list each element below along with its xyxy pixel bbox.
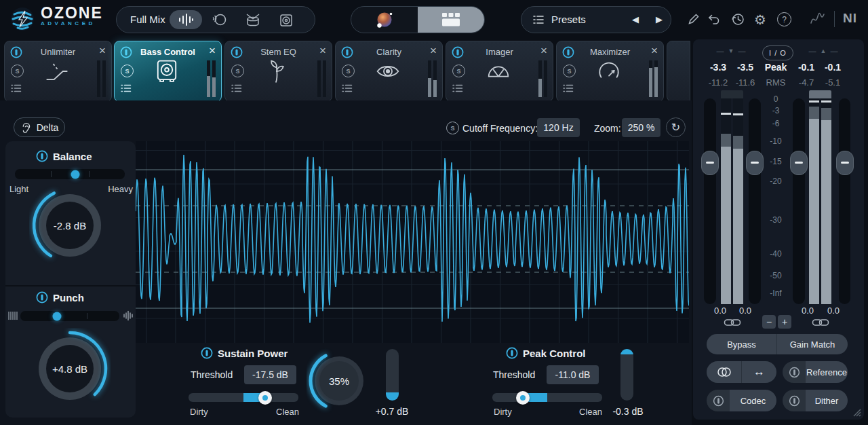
power-icon[interactable] (231, 46, 243, 58)
dither-power-button[interactable] (783, 390, 806, 411)
solo-icon[interactable]: S (342, 64, 355, 77)
menu-icon[interactable] (10, 82, 22, 94)
clarity-icon (373, 56, 403, 86)
close-icon[interactable]: × (99, 44, 106, 58)
sustain-dirty-clean-slider[interactable] (189, 393, 298, 402)
power-icon (789, 395, 800, 407)
mono-button[interactable] (707, 361, 742, 383)
balance-slider-handle[interactable] (71, 170, 80, 179)
help-button[interactable]: ? (777, 12, 791, 26)
balance-knob[interactable]: -2.8 dB (29, 185, 111, 266)
solo-icon[interactable]: S (11, 64, 24, 77)
peak-threshold-value[interactable]: -11.0 dB (547, 365, 599, 384)
output-link-icon[interactable] (812, 318, 829, 327)
history-button[interactable] (730, 12, 745, 26)
source-drums-button[interactable] (244, 12, 262, 29)
presets-bar[interactable]: Presets ◀ ▶ (521, 6, 671, 33)
resize-grip[interactable] (852, 407, 861, 417)
close-icon[interactable]: × (209, 44, 216, 58)
gain-match-button[interactable]: Gain Match (777, 334, 848, 354)
output-gain-fader-r[interactable] (839, 98, 850, 304)
edit-button[interactable] (687, 12, 701, 26)
power-icon[interactable] (120, 46, 132, 58)
reference-button[interactable]: Reference (806, 361, 848, 383)
dither-button[interactable]: Dither (806, 390, 848, 411)
punch-slider-handle[interactable] (53, 312, 62, 320)
zoom-value[interactable]: 250 % (622, 118, 660, 137)
sustain-amount-knob[interactable]: 35% (307, 348, 372, 413)
delta-button[interactable]: Delta (14, 117, 65, 137)
output-gain-collapse[interactable]: — ▲ — (804, 47, 842, 55)
solo-icon[interactable]: S (563, 64, 576, 77)
settings-gear-icon[interactable]: ⚙ (754, 12, 766, 28)
punch-slider[interactable] (20, 311, 119, 321)
swap-channels-button[interactable]: ↔ (742, 361, 776, 383)
output-gain-fader-l[interactable] (793, 98, 805, 304)
module-card-clarity[interactable]: Clarity × S (335, 41, 443, 102)
preset-next-button[interactable]: ▶ (656, 14, 663, 24)
codec-button[interactable]: Codec (730, 390, 776, 411)
bypass-button[interactable]: Bypass (707, 334, 777, 354)
menu-icon[interactable] (120, 82, 132, 94)
meter-zoom-in-button[interactable]: + (778, 315, 791, 329)
close-icon[interactable]: × (319, 44, 326, 58)
power-icon[interactable] (452, 46, 464, 58)
source-vocal-button[interactable] (210, 12, 228, 29)
codec-power-button[interactable] (707, 390, 730, 411)
peak-dirty-clean-slider[interactable] (492, 393, 602, 402)
menu-icon[interactable] (562, 82, 574, 94)
punch-power-icon[interactable] (36, 291, 48, 303)
sustain-power-icon[interactable] (201, 347, 213, 359)
input-gain-fader-r[interactable] (749, 98, 761, 304)
sustain-threshold-value[interactable]: -17.5 dB (244, 365, 296, 384)
fader-handle[interactable] (701, 151, 719, 175)
balance-power-icon[interactable] (36, 150, 48, 162)
cutoff-solo-icon[interactable]: S (446, 122, 459, 134)
menu-icon[interactable] (341, 82, 353, 94)
menu-icon[interactable] (231, 82, 243, 94)
fader-handle[interactable] (790, 151, 808, 175)
module-card-maximizer[interactable]: Maximizer × S (556, 41, 664, 102)
module-card-imager[interactable]: Imager × S (446, 41, 553, 102)
meter-zoom-out-button[interactable]: − (762, 315, 776, 329)
source-bass-button[interactable] (277, 12, 295, 29)
audiolens-icon[interactable] (808, 11, 826, 27)
menu-icon[interactable] (452, 82, 464, 94)
module-card-unlimiter[interactable]: Unlimiter × S (4, 41, 112, 102)
punch-knob[interactable]: +4.8 dB (29, 328, 111, 409)
undo-button[interactable] (707, 12, 721, 26)
source-fullmix-button[interactable] (170, 10, 202, 29)
preset-prev-button[interactable]: ◀ (632, 14, 639, 24)
module-card-stem-eq[interactable]: Stem EQ × S (224, 41, 332, 102)
module-card-bass-control[interactable]: Bass Control × S (114, 41, 222, 102)
power-icon[interactable] (10, 46, 22, 58)
solo-icon[interactable]: S (452, 64, 465, 77)
io-button[interactable]: I / O (762, 45, 793, 60)
solo-icon[interactable]: S (231, 64, 244, 77)
close-icon[interactable]: × (540, 44, 547, 58)
peak-power-icon[interactable] (506, 347, 518, 359)
fader-handle[interactable] (836, 151, 854, 175)
reference-power-button[interactable] (783, 361, 806, 383)
input-link-icon[interactable] (724, 318, 741, 327)
close-icon[interactable]: × (430, 44, 437, 58)
scale-tick: -6 (762, 119, 789, 128)
input-gain-fader-l[interactable] (704, 98, 716, 304)
sustain-slider-handle[interactable] (258, 391, 272, 405)
close-icon[interactable]: × (651, 44, 658, 58)
modules-view-button[interactable] (418, 7, 484, 33)
loop-button[interactable]: ↻ (666, 117, 686, 137)
balance-punch-panel: Balance Light Heavy -2.8 dB Punch (5, 141, 136, 418)
power-icon[interactable] (562, 46, 574, 58)
power-icon[interactable] (341, 46, 353, 58)
input-gain-collapse[interactable]: — ▼ — (712, 47, 750, 55)
fader-handle[interactable] (746, 151, 764, 175)
input-clip-lamp[interactable] (721, 90, 743, 98)
waveform-display[interactable] (136, 141, 689, 343)
cutoff-value[interactable]: 120 Hz (537, 118, 580, 137)
balance-slider[interactable] (15, 169, 125, 179)
output-clip-lamp[interactable] (809, 90, 831, 98)
solo-icon[interactable]: S (121, 64, 134, 77)
peak-slider-handle[interactable] (516, 391, 530, 405)
detailed-view-button[interactable] (351, 7, 418, 33)
